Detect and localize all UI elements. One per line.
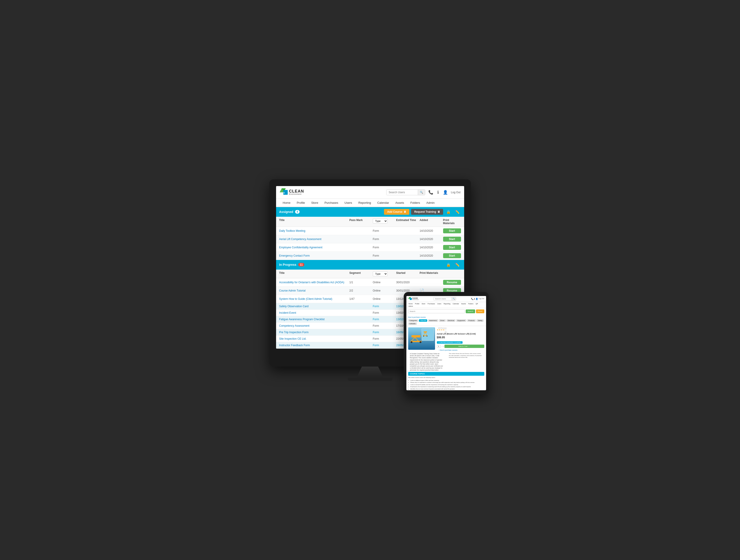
- row-daily-toolbox[interactable]: Daily Toolbox Meeting: [279, 229, 350, 232]
- tablet-nav-profile[interactable]: Profile: [414, 303, 420, 305]
- tablet-cat-safety[interactable]: Safety: [476, 319, 484, 322]
- tablet-how-to-link[interactable]: How to purchase courses: [406, 316, 486, 318]
- tablet-qty-input[interactable]: 1: [437, 345, 440, 348]
- nav-reporting[interactable]: Reporting: [355, 199, 374, 207]
- tablet-cat-products[interactable]: Products: [467, 319, 476, 322]
- tablet-rating-score: 4/5: [437, 332, 447, 333]
- star-4: ★: [443, 329, 445, 331]
- table-row: Emergency Contact Form Form 14/10/2020 S…: [276, 252, 464, 260]
- row-emergency-contact[interactable]: Emergency Contact Form: [279, 254, 350, 257]
- row-pretrip[interactable]: Pre Trip Inspection Form: [279, 331, 350, 334]
- tablet-nav-calendar[interactable]: Calendar: [452, 303, 460, 305]
- ip-col-type: TypeFormOnline: [373, 271, 396, 276]
- tablet-nav-reporting[interactable]: Reporting: [443, 303, 451, 305]
- row-competency[interactable]: Competency Assessment: [279, 324, 350, 328]
- type-filter-inprogress[interactable]: TypeFormOnline: [373, 271, 388, 276]
- start-button-1[interactable]: Start: [443, 228, 461, 233]
- search-box[interactable]: 🔍: [386, 189, 425, 195]
- tablet-cat-equipment[interactable]: Equipment: [456, 319, 466, 322]
- row-safety-obs[interactable]: Safety Observation Card: [279, 305, 350, 308]
- row-fatigue[interactable]: Fatigue Awareness Program Checklist: [279, 318, 350, 321]
- expand-icon-assigned[interactable]: ✏️: [454, 209, 461, 215]
- start-button-3[interactable]: Start: [443, 245, 461, 250]
- nav-admin[interactable]: Admin: [423, 199, 438, 207]
- logout-button[interactable]: Log Out: [451, 191, 461, 194]
- lock-icon-inprogress[interactable]: 🔒: [445, 262, 452, 268]
- search-users-button[interactable]: 🔍: [418, 190, 425, 195]
- tablet-rating-area: (216 Reviews) ★ ★ ★ ★ ★ 4/5: [437, 328, 447, 333]
- row-aerial-lift[interactable]: Aerial Lift Competency Assessment: [279, 238, 350, 241]
- tablet-search-button[interactable]: 🔍: [452, 297, 456, 300]
- request-training-button[interactable]: Request Training 🖥: [411, 209, 443, 215]
- tablet-description-text: A Canada Compliant Training Class Online…: [408, 353, 445, 372]
- tablet-cat-electrical[interactable]: Electrical: [447, 319, 455, 322]
- tablet-cat-awareness[interactable]: Awareness: [428, 319, 438, 322]
- monitor-stand: [357, 367, 383, 378]
- nav-calendar[interactable]: Calendar: [374, 199, 392, 207]
- row-site-inspection[interactable]: Site Inspection CE Ltd.: [279, 337, 350, 340]
- tablet-product-price: $99.95: [437, 336, 484, 339]
- search-users-input[interactable]: [386, 190, 418, 195]
- tablet-minus-icon[interactable]: -: [441, 346, 442, 347]
- table-row: Accessibility for Ontarian's with Disabi…: [276, 278, 464, 287]
- lock-icon-assigned[interactable]: 🔒: [445, 209, 452, 215]
- assigned-section-header: Assigned 4 Add Course 🖥 Request Training…: [276, 207, 464, 217]
- add-course-button[interactable]: Add Course 🖥: [384, 209, 409, 215]
- tablet-nav-folders[interactable]: Folders: [467, 303, 474, 305]
- tablet-cat-driver[interactable]: Driver: [439, 319, 446, 322]
- row-system-how[interactable]: System How to Guide (Client Admin Tutori…: [279, 297, 350, 300]
- row-incident[interactable]: Incident Event: [279, 311, 350, 314]
- nav-profile[interactable]: Profile: [293, 199, 308, 207]
- tablet-cat-categories[interactable]: Categories: [408, 319, 419, 322]
- tablet-product-info: (216 Reviews) ★ ★ ★ ★ ★ 4/5 Aerial Lift …: [437, 328, 484, 352]
- tablet-search-box[interactable]: 🔍: [434, 297, 456, 300]
- product-image-thumbnail: [422, 329, 434, 341]
- expand-icon-inprogress[interactable]: ✏️: [454, 262, 461, 268]
- ip-seg-3: 1/47: [349, 297, 373, 300]
- start-button-4[interactable]: Start: [443, 253, 461, 258]
- start-button-2[interactable]: Start: [443, 237, 461, 242]
- tablet-nav-qr[interactable]: QR: [475, 303, 479, 305]
- row-instructor-fb[interactable]: Instructor Feedback Form: [279, 344, 350, 347]
- nav-users[interactable]: Users: [342, 199, 355, 207]
- table-row: Daily Toolbox Meeting Form 14/10/2020 St…: [276, 227, 464, 235]
- add-course-label: Add Course: [387, 210, 402, 213]
- tablet-categories: Categories View All Awareness Driver Ele…: [406, 318, 486, 326]
- nav-store[interactable]: Store: [308, 199, 321, 207]
- inprogress-actions: 🔒 ✏️: [445, 262, 461, 268]
- tablet-search-input[interactable]: [434, 297, 452, 300]
- tablet-store-search-input[interactable]: [408, 309, 465, 313]
- tablet-nav-store[interactable]: Store: [421, 303, 426, 305]
- inprogress-table-headers: Title Segment TypeFormOnline Started Pri…: [276, 270, 464, 278]
- tablet-cat-softskills[interactable]: Softskills: [408, 322, 417, 325]
- product-thumbnail-svg: [422, 329, 434, 341]
- tablet-logout-label[interactable]: Log Out: [479, 298, 484, 300]
- tablet-nav-assets[interactable]: Assets: [460, 303, 467, 305]
- tablet-store-reset-btn[interactable]: Reset: [476, 309, 484, 313]
- row-course-admin[interactable]: Course Admin Tutorial: [279, 289, 350, 292]
- tablet-description-area: A Canada Compliant Training Class Online…: [406, 353, 486, 372]
- ip-started-2: 30/01/2020: [396, 289, 420, 292]
- svg-point-13: [420, 341, 422, 343]
- nav-folders[interactable]: Folders: [407, 199, 423, 207]
- row-employee-conf[interactable]: Employee Confidentiality Agreement: [279, 246, 350, 249]
- tablet-how-to-link-2[interactable]: ↑ How to purchase courses: [437, 349, 484, 351]
- tablet-user-icon: 👤: [476, 298, 478, 300]
- tablet-header: CLEAN Environment 🔍 📞 ℹ 👤 Log Out: [406, 296, 486, 302]
- tablet-cat-viewall[interactable]: View All: [419, 319, 427, 322]
- tablet-nav-admin[interactable]: Admin: [408, 305, 414, 307]
- tablet-desc-left: A Canada Compliant Training Class Online…: [408, 353, 445, 372]
- tablet-nav-purchases[interactable]: Purchases: [427, 303, 436, 305]
- nav-assets[interactable]: Assets: [392, 199, 407, 207]
- star-1: ★: [437, 329, 439, 331]
- tablet-plus-icon[interactable]: +: [443, 346, 444, 347]
- type-filter-assigned[interactable]: TypeFormOnline: [373, 218, 388, 223]
- resume-button-1[interactable]: Resume: [443, 280, 461, 285]
- tablet-store-search-btn[interactable]: Search: [466, 309, 475, 313]
- tablet-nav-users[interactable]: Users: [436, 303, 442, 305]
- tablet-add-to-cart-btn[interactable]: Add to Cart 🛒: [445, 345, 484, 348]
- tablet-nav-home[interactable]: Home: [408, 303, 414, 305]
- nav-purchases[interactable]: Purchases: [321, 199, 341, 207]
- nav-home[interactable]: Home: [280, 199, 294, 207]
- row-aoda[interactable]: Accessibility for Ontarian's with Disabi…: [279, 281, 350, 284]
